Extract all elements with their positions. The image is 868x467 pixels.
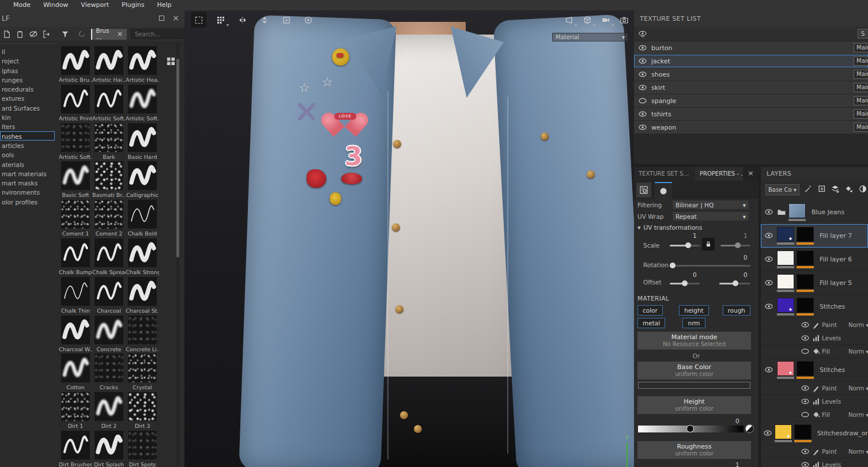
layer-content-thumbnail[interactable] bbox=[777, 274, 794, 292]
uv-wrap-dropdown[interactable]: Repeat▾ bbox=[672, 211, 749, 221]
brush-item[interactable]: Dirt 3 bbox=[126, 392, 159, 431]
offset-slider-right[interactable] bbox=[719, 283, 750, 284]
brush-item[interactable]: Basic Hard bbox=[126, 123, 159, 162]
mirror-vertical-icon[interactable] bbox=[256, 12, 272, 28]
eye-on[interactable] bbox=[634, 109, 651, 119]
layer-effect-row-levels[interactable]: Levels bbox=[761, 458, 868, 467]
layer-content-thumbnail[interactable] bbox=[777, 298, 794, 316]
geometry-icon[interactable]: ▾ bbox=[579, 12, 595, 28]
scrollbar-handle[interactable] bbox=[176, 59, 179, 257]
clipboard-icon[interactable] bbox=[15, 29, 24, 39]
eye-on[interactable] bbox=[799, 447, 812, 456]
layer-mask-thumbnail[interactable] bbox=[797, 361, 814, 379]
reset-view-icon[interactable] bbox=[300, 12, 316, 28]
layer-mask-thumbnail[interactable] bbox=[797, 298, 814, 316]
undock-panel-icon[interactable] bbox=[157, 14, 165, 22]
layer-row-fill-layer-5[interactable]: Fill layer 5 bbox=[761, 271, 868, 295]
offset-value-right[interactable]: 0 bbox=[744, 271, 748, 278]
eye-on[interactable] bbox=[761, 428, 775, 438]
tab-properties[interactable]: PROPERTIES - ... bbox=[695, 167, 743, 181]
mirror-horizontal-icon[interactable] bbox=[235, 12, 250, 28]
add-effect-icon[interactable] bbox=[817, 184, 827, 195]
collapse-chevron-icon[interactable]: ▾ bbox=[637, 224, 641, 231]
eye-on[interactable] bbox=[761, 255, 777, 264]
invert-gradient-icon[interactable] bbox=[745, 424, 754, 433]
category-ll[interactable]: ll bbox=[0, 47, 55, 56]
eye-on[interactable] bbox=[799, 397, 812, 406]
eye-on[interactable] bbox=[761, 278, 777, 287]
brush-item[interactable]: Artistic Bru... bbox=[59, 46, 92, 85]
eye-on[interactable] bbox=[799, 333, 812, 343]
layer-effect-row-fill[interactable]: FillNorm▾100 bbox=[761, 345, 868, 358]
roughness-button[interactable]: Roughness uniform color bbox=[637, 441, 751, 459]
brush-item[interactable]: Bark bbox=[92, 123, 126, 162]
layer-row-fill-layer-6[interactable]: Fill layer 6 bbox=[761, 248, 868, 271]
add-resource-icon[interactable] bbox=[2, 29, 11, 39]
add-layer-icon[interactable] bbox=[831, 184, 840, 195]
layer-mask-thumbnail[interactable] bbox=[794, 424, 812, 442]
category-roject[interactable]: roject bbox=[0, 56, 55, 65]
channel-chip-height[interactable]: height bbox=[679, 305, 708, 316]
brush-item[interactable]: Charcoal W... bbox=[59, 316, 92, 354]
category-rocedurals[interactable]: rocedurals bbox=[0, 84, 55, 93]
texture-set-row-skirt[interactable]: skirtMain bbox=[634, 81, 868, 94]
layer-effect-row-levels[interactable]: Levels bbox=[761, 395, 868, 408]
texture-set-row-spangle[interactable]: spangleMain bbox=[634, 94, 868, 107]
brush-item[interactable]: Dirt 2 bbox=[92, 392, 126, 431]
brush-item[interactable]: Concrete Li... bbox=[126, 316, 159, 354]
menu-help[interactable]: Help bbox=[150, 0, 178, 10]
brush-item[interactable]: Charcoal bbox=[92, 277, 126, 316]
menu-viewport[interactable]: Viewport bbox=[74, 0, 115, 10]
offset-slider-left[interactable] bbox=[670, 283, 700, 284]
brush-item[interactable]: Artistic Hea... bbox=[126, 46, 159, 85]
menu-mode[interactable]: Mode bbox=[7, 0, 37, 10]
brush-item[interactable]: Dirt Brushed bbox=[59, 431, 92, 467]
eye-on[interactable] bbox=[634, 43, 651, 52]
brush-item[interactable]: Artistic Soft... bbox=[59, 123, 92, 162]
close-panel-icon[interactable]: × bbox=[172, 14, 180, 22]
brush-item[interactable]: Charcoal St... bbox=[126, 277, 159, 316]
category-nvironments[interactable]: nvironments bbox=[0, 187, 55, 196]
height-gradient-slider[interactable] bbox=[638, 426, 744, 432]
brush-item[interactable]: Artistic Soft... bbox=[126, 85, 159, 123]
height-button[interactable]: Height uniform color bbox=[637, 396, 751, 414]
marquee-select-icon[interactable] bbox=[191, 12, 206, 28]
texture-set-row-tshirts[interactable]: tshirtsMain bbox=[634, 108, 868, 120]
layer-content-thumbnail[interactable] bbox=[777, 250, 794, 268]
brush-item[interactable]: Cracks bbox=[92, 354, 126, 392]
category-runges[interactable]: runges bbox=[0, 75, 55, 84]
menu-plugins[interactable]: Plugins bbox=[115, 0, 150, 10]
layer-content-thumbnail[interactable] bbox=[777, 361, 794, 379]
category-olor-profiles[interactable]: olor profiles bbox=[0, 197, 55, 206]
brush-item[interactable]: Cement 1 bbox=[59, 200, 92, 238]
camera-icon[interactable]: ▾ bbox=[598, 12, 613, 28]
category-articles[interactable]: articles bbox=[0, 141, 55, 150]
category-rushes[interactable]: rushes bbox=[0, 131, 55, 141]
brush-item[interactable]: Chalk Thin bbox=[59, 277, 92, 316]
brush-item[interactable]: Chalk Strong bbox=[126, 238, 159, 277]
height-value[interactable]: 0 bbox=[735, 417, 739, 424]
eye-on[interactable] bbox=[761, 302, 777, 311]
add-mask-icon[interactable] bbox=[858, 184, 868, 195]
brush-item[interactable]: Artistic Hai... bbox=[92, 46, 126, 85]
channel-filter-dropdown[interactable]: Base Co ▾ bbox=[765, 184, 799, 195]
blend-mode-dropdown[interactable]: Norm▾ bbox=[848, 322, 868, 328]
shader-instance-button[interactable]: Main bbox=[854, 43, 868, 52]
layer-row-stitches[interactable]: Stitches bbox=[761, 358, 868, 382]
category-lters[interactable]: lters bbox=[0, 122, 55, 131]
grid-view-icon[interactable] bbox=[167, 57, 175, 66]
rotation-slider[interactable] bbox=[670, 265, 750, 267]
eye-on[interactable] bbox=[761, 365, 777, 374]
channel-chip-metal[interactable]: metal bbox=[637, 318, 665, 328]
height-slider-knob[interactable] bbox=[686, 425, 694, 432]
texture-set-row-burton[interactable]: burtonMain bbox=[634, 41, 868, 54]
brush-item[interactable]: Chalk Bold bbox=[126, 200, 159, 238]
close-icon[interactable]: × bbox=[743, 167, 758, 181]
shader-instance-button[interactable]: Main bbox=[854, 96, 868, 105]
shader-instance-button[interactable]: Main bbox=[854, 70, 868, 79]
shader-instance-button[interactable]: Main bbox=[854, 56, 868, 66]
base-color-swatch[interactable] bbox=[638, 382, 750, 389]
layer-effect-row-paint[interactable]: PaintNorm▾100 bbox=[761, 382, 868, 395]
category-kin[interactable]: kin bbox=[0, 112, 55, 122]
category-lphas[interactable]: lphas bbox=[0, 66, 55, 75]
